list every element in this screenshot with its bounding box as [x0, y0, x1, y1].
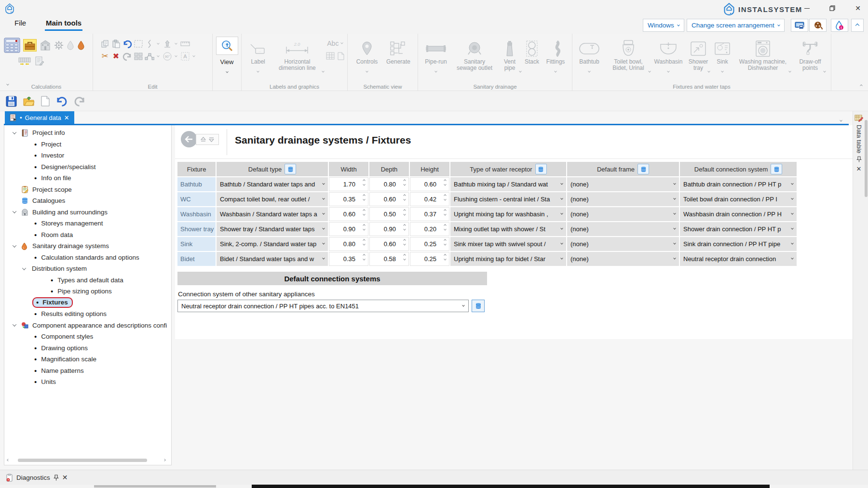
redo-icon[interactable] — [122, 51, 132, 61]
page-graphic-icon[interactable] — [338, 52, 344, 60]
sanitary-sewage-outlet-button[interactable]: Sanitary sewage outlet — [451, 37, 498, 81]
node-more-icon[interactable] — [155, 51, 161, 61]
height-input[interactable]: 0.37 — [410, 207, 449, 221]
chevron-down-icon[interactable] — [13, 324, 20, 327]
report-edit-icon[interactable] — [35, 56, 44, 66]
default-type-select[interactable]: Sink, 2-comp. / Standard water tap — [217, 237, 328, 251]
spinner-icons[interactable] — [444, 239, 446, 246]
diagnostics-label[interactable]: Diagnostics — [16, 474, 50, 481]
connection-select[interactable]: Shower drain connection / PP HT p — [680, 222, 797, 236]
horizontal-dimension-button[interactable]: 2.0 Horizontal dimension line — [271, 37, 323, 81]
connection-select[interactable]: Washbasin drain connection / PP H — [680, 207, 797, 221]
frame-select[interactable]: (none) — [567, 252, 679, 266]
tree-item-info-on-file[interactable]: •Info on file — [4, 172, 171, 184]
chevron-down-icon[interactable] — [13, 211, 20, 213]
polyline-more-icon[interactable] — [155, 39, 161, 49]
chevron-down-icon[interactable] — [13, 132, 20, 134]
undo-icon[interactable] — [122, 39, 132, 49]
depth-input[interactable]: 0.90 — [369, 222, 409, 236]
frame-select[interactable]: (none) — [567, 222, 679, 236]
spinner-icons[interactable] — [363, 180, 365, 186]
move-more-icon[interactable] — [173, 39, 179, 49]
height-input[interactable]: 0.42 — [410, 192, 449, 206]
depth-input[interactable]: 0.80 — [369, 177, 409, 191]
width-input[interactable]: 0.90 — [329, 222, 368, 236]
spinner-icons[interactable] — [444, 254, 446, 261]
tree-item-magnification-scale[interactable]: •Magnification scale — [4, 354, 171, 365]
spinner-icons[interactable] — [404, 224, 406, 231]
connection-select[interactable]: Sink drain connection / PP HT pipe — [680, 237, 797, 251]
depth-input[interactable]: 0.60 — [369, 192, 409, 206]
receptor-select[interactable]: Bathtub mixing tap / Standard wat — [450, 177, 566, 191]
spinner-icons[interactable] — [363, 224, 365, 231]
view-more-icon[interactable] — [226, 70, 229, 73]
spinner-icons[interactable] — [444, 180, 446, 186]
pipe-run-button[interactable]: Pipe-run — [421, 37, 451, 81]
close-button[interactable]: ✕ — [847, 0, 868, 16]
calculator-icon[interactable] — [4, 38, 20, 53]
spinner-icons[interactable] — [404, 180, 406, 186]
view-button[interactable] — [216, 37, 238, 55]
tree-item-fixtures-selected[interactable]: • Fixtures — [4, 297, 171, 309]
width-input[interactable]: 0.35 — [329, 252, 368, 266]
collapse-ribbon-button[interactable] — [851, 19, 864, 32]
receptor-select[interactable]: Flushing cistern - central inlet / Sta — [450, 192, 566, 206]
grid-icon[interactable] — [133, 51, 143, 61]
copy-icon[interactable] — [100, 39, 110, 49]
frame-select[interactable]: (none) — [567, 237, 679, 251]
film-reel-button[interactable] — [809, 19, 827, 32]
tree-item-project-scope[interactable]: Project scope — [4, 184, 171, 196]
change-screen-arrangement-dropdown[interactable]: Change screen arrangement — [687, 19, 785, 32]
height-input[interactable]: 0.25 — [410, 252, 449, 266]
shower-tray-button[interactable]: Shower tray — [684, 37, 712, 81]
width-input[interactable]: 0.60 — [329, 207, 368, 221]
washing-machine-dishwasher-button[interactable]: Washing machine, Dishwasher — [732, 37, 793, 81]
scrollbar-thumb[interactable] — [18, 459, 147, 462]
tree-item-designer-specialist[interactable]: •Designer/specialist — [4, 161, 171, 173]
cut-icon[interactable]: ✂ — [100, 51, 110, 61]
connection-system-select[interactable]: Neutral receptor drain connection / PP H… — [177, 300, 469, 312]
tree-item-catalogues[interactable]: Catalogues — [4, 195, 171, 207]
connection-select[interactable]: Neutral receptor drain connection — [680, 252, 797, 266]
toolbox-icon[interactable] — [23, 39, 37, 52]
tab-general-data[interactable]: • General data ✕ — [5, 111, 74, 124]
tab-close-icon[interactable]: ✕ — [64, 114, 69, 121]
radiator-icon[interactable] — [18, 57, 31, 66]
width-input[interactable]: 1.70 — [329, 177, 368, 191]
text-style-icon[interactable]: A — [180, 51, 190, 61]
width-input[interactable]: 0.80 — [329, 237, 368, 251]
rotate-icon[interactable]: 90° — [162, 51, 172, 61]
windows-dropdown[interactable]: Windows — [643, 19, 684, 32]
default-type-select[interactable]: Compact toilet bowl, rear outlet / — [217, 192, 328, 206]
water-drop-orange-icon[interactable] — [77, 40, 85, 50]
water-drop-gray-icon[interactable] — [67, 40, 74, 50]
depth-input[interactable]: 0.60 — [369, 237, 409, 251]
tab-file[interactable]: File — [14, 19, 26, 27]
abc-button[interactable]: Abc — [327, 40, 343, 47]
pin-icon[interactable] — [54, 475, 59, 481]
tab-main-tools[interactable]: Main tools — [46, 19, 81, 27]
connection-select[interactable]: Toilet bowl drain connection / PP I — [680, 192, 797, 206]
controls-button[interactable]: Controls — [352, 37, 382, 81]
scroll-right-icon[interactable] — [161, 459, 168, 461]
screen-layout-button[interactable] — [791, 19, 808, 32]
close-panel-icon[interactable]: ✕ — [856, 165, 862, 172]
open-button[interactable] — [23, 96, 35, 106]
spinner-icons[interactable] — [404, 195, 406, 201]
tree-item-component-appearance[interactable]: Component appearance and descriptions co… — [4, 320, 171, 331]
tree-item-drawing-options[interactable]: •Drawing options — [4, 343, 171, 354]
data-table-tab[interactable]: Data table — [855, 125, 863, 153]
redo-button[interactable] — [74, 96, 85, 106]
tree-item-room-data[interactable]: •Room data — [4, 229, 171, 241]
node-move-icon[interactable] — [144, 51, 154, 61]
scroll-left-icon[interactable] — [4, 459, 12, 461]
building-icon[interactable] — [40, 40, 51, 51]
help-info-button[interactable]: i — [831, 19, 848, 32]
tree-item-calculation-standards[interactable]: •Calculation standards and options — [4, 252, 171, 264]
tree-item-name-patterns[interactable]: •Name patterns — [4, 365, 171, 377]
depth-input[interactable]: 0.50 — [369, 207, 409, 221]
draw-off-points-button[interactable]: Draw-off points — [793, 37, 827, 81]
selection-rect-icon[interactable] — [133, 39, 143, 49]
vent-pipe-button[interactable]: Vent pipe — [498, 37, 521, 81]
catalogue-picker-button[interactable] — [535, 164, 547, 174]
